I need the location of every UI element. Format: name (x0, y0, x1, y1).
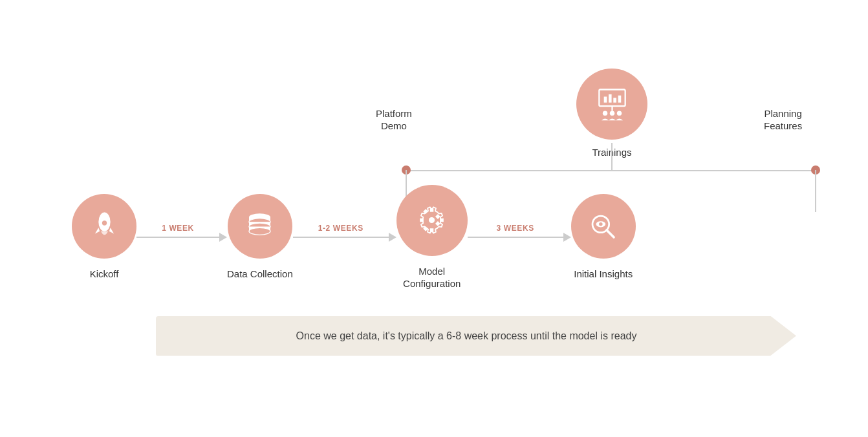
arrow-1-head (219, 233, 227, 242)
arrow-2-line: 1-2 WEEKS (293, 237, 389, 238)
kickoff-circle (72, 194, 136, 259)
upper-horizontal-line (406, 170, 820, 171)
planning-features-vertical (815, 170, 816, 212)
platform-demo-upper: PlatformDemo (376, 107, 412, 138)
banner-text: Once we get data, it's typically a 6-8 w… (188, 330, 744, 342)
initial-insights-circle (571, 194, 636, 259)
kickoff-node: Kickoff (72, 194, 136, 281)
arrow-2-head (389, 233, 396, 242)
svg-point-10 (102, 220, 106, 225)
gear-icon (414, 202, 450, 238)
data-collection-label: Data Collection (227, 268, 293, 281)
rocket-icon (87, 209, 122, 244)
arrow-3: 3 WEEKS (468, 233, 571, 242)
arrow-1-label: 1 WEEK (162, 224, 194, 233)
trainings-circle (576, 69, 647, 140)
svg-rect-0 (599, 90, 625, 107)
svg-point-21 (599, 222, 603, 226)
timeline-row: Kickoff 1 WEEK (72, 185, 796, 290)
database-icon (242, 209, 277, 244)
model-config-node: ModelConfiguration (396, 185, 468, 290)
svg-point-18 (429, 217, 435, 223)
platform-demo-label: PlatformDemo (376, 107, 412, 133)
initial-insights-label: Initial Insights (574, 268, 633, 281)
arrow-2: 1-2 WEEKS (293, 233, 396, 242)
arrow-3-label: 3 WEEKS (497, 224, 534, 233)
data-collection-circle (228, 194, 292, 259)
bottom-banner-wrapper: Once we get data, it's typically a 6-8 w… (72, 316, 796, 356)
diagram-container: PlatformDemo (46, 56, 822, 382)
svg-point-6 (602, 111, 607, 116)
presentation-icon (594, 86, 630, 122)
planning-features-label: PlanningFeatures (764, 107, 802, 133)
data-collection-node: Data Collection (227, 194, 293, 281)
search-eye-icon (585, 209, 621, 244)
bottom-banner: Once we get data, it's typically a 6-8 w… (156, 316, 796, 356)
trainings-vertical (611, 143, 613, 171)
arrow-2-label: 1-2 WEEKS (318, 224, 363, 233)
svg-rect-2 (609, 94, 612, 103)
planning-features-upper: PlanningFeatures (764, 107, 802, 138)
initial-insights-node: Initial Insights (571, 194, 636, 281)
svg-rect-1 (603, 97, 607, 103)
svg-point-8 (616, 111, 621, 116)
svg-rect-3 (613, 98, 616, 102)
svg-point-7 (609, 111, 614, 116)
svg-point-17 (249, 228, 270, 235)
arrow-1-line: 1 WEEK (136, 237, 219, 238)
model-config-circle (396, 185, 468, 256)
kickoff-label: Kickoff (90, 268, 119, 281)
svg-rect-4 (618, 96, 621, 103)
svg-line-22 (607, 230, 614, 237)
model-config-label: ModelConfiguration (403, 265, 461, 290)
arrow-1: 1 WEEK (136, 233, 227, 242)
arrow-3-line: 3 WEEKS (468, 237, 563, 238)
arrow-3-head (563, 233, 571, 242)
